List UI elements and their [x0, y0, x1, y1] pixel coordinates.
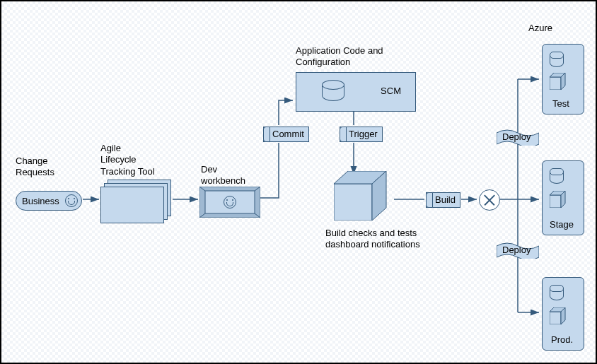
smile-icon — [224, 196, 236, 209]
scm-text: SCM — [381, 86, 401, 97]
deploy-top-text: Deploy — [502, 131, 531, 143]
deploy-banner-bottom: Deploy — [497, 242, 539, 259]
cube-icon — [550, 307, 567, 324]
change-requests-label: Change Requests — [16, 155, 54, 179]
smile-icon — [65, 194, 78, 207]
business-node: Business — [16, 191, 82, 211]
dev-workbench-label: Dev workbench — [201, 164, 245, 187]
svg-marker-26 — [550, 312, 561, 324]
build-text: Build — [435, 194, 456, 205]
svg-marker-23 — [550, 195, 561, 208]
build-flag: Build — [426, 192, 460, 208]
svg-marker-20 — [550, 77, 561, 90]
app-code-label: Application Code and Configuration — [296, 45, 383, 69]
dev-workbench-node — [199, 187, 260, 218]
scm-node: SCM — [296, 72, 416, 112]
trigger-flag: Trigger — [340, 127, 383, 142]
cube-icon — [550, 73, 567, 90]
deploy-bottom-text: Deploy — [502, 245, 531, 256]
env-prod: Prod. — [542, 277, 584, 351]
env-stage-label: Stage — [550, 219, 574, 230]
agile-tool-node — [100, 180, 171, 223]
database-icon — [322, 80, 344, 101]
agile-tool-label: Agile Lifecycle Tracking Tool — [100, 143, 155, 177]
database-icon — [550, 168, 564, 184]
env-test-label: Test — [552, 98, 569, 110]
diagram-canvas: Azure Change Requests Business Agile Lif… — [0, 0, 597, 364]
env-test: Test — [542, 44, 584, 115]
env-stage: Stage — [542, 160, 584, 235]
deploy-banner-top: Deploy — [497, 129, 539, 146]
database-icon — [550, 285, 564, 300]
build-cube-node — [334, 171, 395, 221]
commit-flag: Commit — [263, 127, 309, 142]
gateway-icon — [479, 189, 500, 211]
commit-text: Commit — [272, 129, 304, 139]
azure-label: Azure — [528, 23, 552, 34]
svg-marker-17 — [334, 184, 372, 221]
build-desc: Build checks and tests dashboard notific… — [325, 228, 420, 251]
trigger-text: Trigger — [349, 129, 378, 139]
env-prod-label: Prod. — [551, 334, 573, 346]
cube-icon — [550, 191, 567, 208]
database-icon — [550, 52, 564, 67]
business-text: Business — [22, 196, 59, 206]
